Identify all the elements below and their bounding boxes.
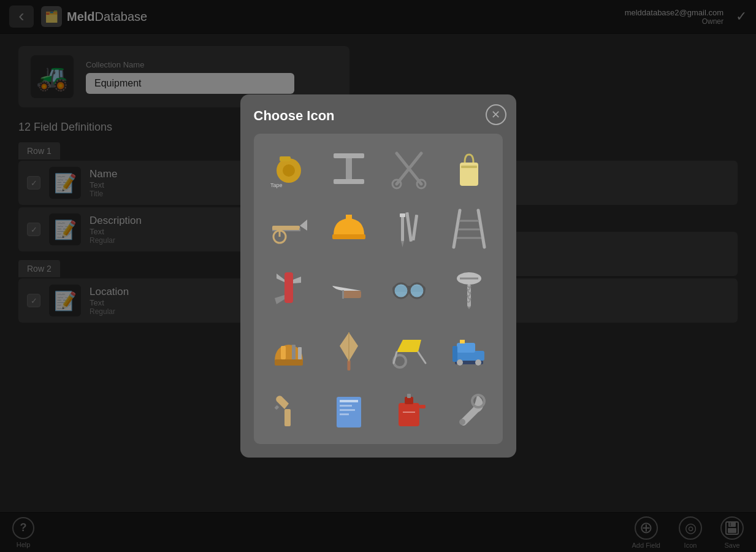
svg-line-48 — [418, 352, 426, 363]
svg-rect-6 — [334, 179, 364, 184]
icon-hardhat[interactable] — [321, 201, 376, 256]
svg-rect-17 — [346, 215, 352, 220]
svg-rect-20 — [400, 213, 405, 217]
svg-rect-50 — [457, 343, 475, 353]
svg-rect-59 — [340, 400, 358, 402]
modal-close-button[interactable]: ✕ — [486, 104, 506, 125]
icon-multitool[interactable] — [261, 261, 316, 316]
modal-title: Choose Icon — [254, 108, 503, 124]
choose-icon-modal: Choose Icon ✕ Tape — [240, 94, 516, 458]
svg-rect-22 — [411, 215, 418, 240]
icons-grid: Tape — [254, 134, 503, 444]
svg-text:Tape: Tape — [270, 182, 283, 188]
svg-rect-30 — [342, 290, 344, 299]
svg-rect-60 — [340, 405, 352, 407]
svg-rect-65 — [407, 394, 411, 398]
svg-marker-39 — [467, 307, 471, 309]
svg-rect-61 — [340, 409, 355, 411]
svg-rect-13 — [272, 226, 300, 231]
svg-rect-43 — [298, 347, 302, 359]
svg-rect-5 — [346, 158, 352, 179]
svg-rect-18 — [401, 213, 404, 241]
svg-rect-4 — [334, 153, 364, 158]
icon-toolbelt[interactable] — [261, 321, 316, 377]
svg-rect-62 — [340, 413, 349, 415]
icon-wrench[interactable] — [441, 381, 497, 437]
svg-rect-29 — [343, 291, 361, 298]
svg-rect-41 — [281, 346, 286, 359]
svg-rect-21 — [405, 212, 413, 242]
svg-point-53 — [457, 359, 463, 366]
svg-rect-66 — [419, 405, 426, 408]
svg-marker-19 — [401, 241, 404, 247]
icon-gascan[interactable] — [381, 381, 437, 437]
modal-overlay: Choose Icon ✕ Tape — [0, 0, 756, 552]
svg-rect-28 — [284, 272, 293, 303]
icon-bulldozer[interactable] — [441, 321, 497, 377]
svg-rect-40 — [275, 359, 303, 366]
icon-knife[interactable] — [321, 261, 376, 316]
svg-rect-52 — [452, 346, 457, 362]
icon-handsaw[interactable] — [261, 201, 316, 256]
icon-wheelbarrow[interactable] — [381, 321, 437, 377]
svg-rect-56 — [284, 409, 291, 426]
svg-rect-55 — [460, 340, 465, 343]
svg-rect-63 — [399, 403, 419, 426]
icon-bag[interactable] — [441, 141, 497, 196]
svg-rect-2 — [280, 156, 291, 161]
svg-rect-16 — [332, 234, 365, 239]
icon-shears[interactable] — [381, 141, 437, 196]
svg-point-54 — [475, 359, 481, 366]
icon-nails[interactable] — [381, 201, 437, 256]
svg-point-1 — [283, 164, 295, 177]
icon-tape[interactable]: Tape — [261, 141, 316, 196]
svg-rect-42 — [292, 345, 296, 359]
icon-ladder[interactable] — [441, 201, 497, 256]
svg-rect-12 — [461, 166, 477, 168]
icon-screw[interactable] — [441, 261, 497, 316]
icon-blueprint[interactable] — [321, 381, 376, 437]
icon-ibeam[interactable] — [321, 141, 376, 196]
svg-rect-57 — [274, 405, 279, 410]
icon-toolkit[interactable] — [261, 381, 316, 437]
icon-trowel[interactable] — [321, 321, 376, 377]
icon-goggles[interactable] — [381, 261, 437, 316]
svg-point-69 — [459, 419, 465, 425]
